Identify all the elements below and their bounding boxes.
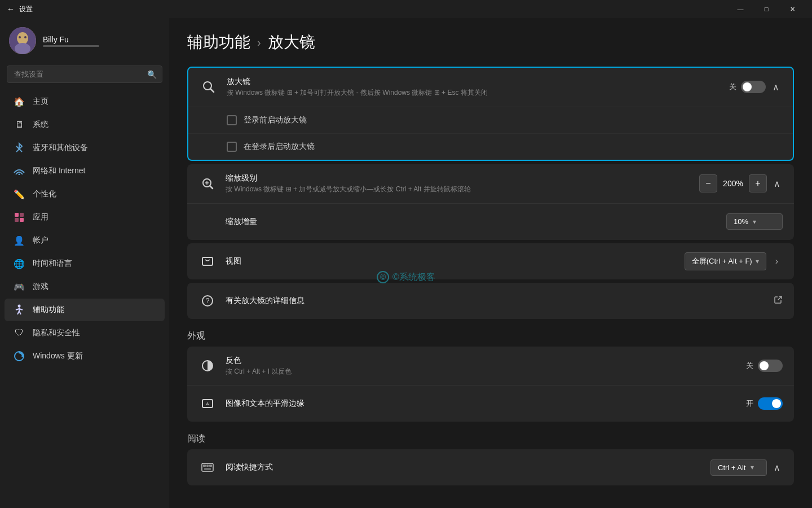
smooth-icon: A (198, 395, 217, 413)
view-value: 全屏(Ctrl + Alt + F) (692, 256, 752, 266)
titlebar: ← 设置 — □ ✕ (0, 0, 812, 18)
shortcut-expand-icon[interactable]: ∧ (771, 460, 783, 475)
shortcut-controls: Ctrl + Alt ▾ ∧ (710, 459, 783, 476)
sidebar-item-network[interactable]: 网络和 Internet (5, 160, 165, 182)
magnifier-expand-icon[interactable]: ∧ (770, 80, 782, 95)
invert-toggle-track[interactable] (758, 360, 783, 372)
sidebar-item-privacy[interactable]: 🛡 隐私和安全性 (5, 322, 165, 344)
network-icon (14, 165, 25, 177)
view-arrow-icon[interactable]: › (771, 254, 783, 269)
login-before-checkbox[interactable] (227, 115, 237, 125)
shortcut-value: Ctrl + Alt (718, 463, 746, 472)
sidebar-item-bluetooth[interactable]: 蓝牙和其他设备 (5, 137, 165, 159)
magnifier-content: 放大镜 按 Windows 微标键 ⊞ + 加号可打开放大镜 - 然后按 Win… (227, 77, 729, 98)
login-after-row: 在登录后启动放大镜 (188, 134, 793, 160)
breadcrumb-current: 放大镜 (268, 32, 315, 53)
invert-toggle[interactable] (758, 360, 783, 372)
external-link-icon[interactable] (774, 295, 783, 306)
sidebar-item-accessibility[interactable]: 辅助功能 (5, 299, 165, 321)
svg-point-10 (18, 305, 21, 308)
zoom-increment-controls: 10% ▾ (726, 213, 783, 230)
sidebar-item-apps-label: 应用 (33, 212, 48, 222)
svg-rect-9 (20, 218, 24, 222)
svg-point-3 (19, 36, 21, 38)
view-card: 视图 全屏(Ctrl + Alt + F) ▾ › (187, 243, 794, 279)
zoom-content: 缩放级别 按 Windows 微标键 ⊞ + 加号或减号放大或缩小—或长按 Ct… (226, 173, 699, 194)
shortcut-content: 阅读快捷方式 (226, 462, 710, 472)
search-box: 🔍 (7, 65, 162, 83)
app-body: Billy Fu 🔍 🏠 主页 🖥 系统 (0, 18, 812, 508)
maximize-button[interactable]: □ (753, 0, 779, 18)
zoom-card: 缩放级别 按 Windows 微标键 ⊞ + 加号或减号放大或缩小—或长按 Ct… (187, 164, 794, 240)
close-button[interactable]: ✕ (779, 0, 805, 18)
accessibility-icon (14, 304, 25, 316)
page-header: 辅助功能 › 放大镜 (187, 32, 794, 53)
zoom-increment-dropdown[interactable]: 10% ▾ (726, 213, 783, 230)
sidebar-item-accessibility-label: 辅助功能 (33, 305, 64, 315)
sidebar-item-time[interactable]: 🌐 时间和语言 (5, 252, 165, 275)
reading-heading: 阅读 (187, 433, 794, 445)
magnifier-controls: 关 ∧ (729, 80, 782, 95)
sidebar-item-home[interactable]: 🏠 主页 (5, 90, 165, 113)
svg-point-2 (15, 43, 30, 54)
view-title: 视图 (226, 256, 685, 266)
svg-line-15 (19, 311, 21, 314)
smooth-toggle-container: 开 (746, 397, 783, 410)
svg-rect-32 (206, 465, 209, 467)
sidebar-item-windows-update[interactable]: Windows 更新 (5, 345, 165, 367)
smooth-toggle-label: 开 (746, 398, 753, 409)
sidebar-item-gaming[interactable]: 🎮 游戏 (5, 275, 165, 298)
bluetooth-icon (14, 142, 25, 154)
zoom-icon (198, 174, 217, 192)
more-info-row[interactable]: ? 有关放大镜的详细信息 (187, 283, 794, 319)
magnifier-toggle-thumb (743, 82, 752, 91)
sidebar-item-home-label: 主页 (33, 97, 48, 107)
sidebar-item-apps[interactable]: 应用 (5, 206, 165, 229)
sidebar-item-privacy-label: 隐私和安全性 (33, 328, 80, 338)
minimize-button[interactable]: — (727, 0, 753, 18)
sidebar-item-accounts-label: 帐户 (33, 235, 48, 246)
sidebar-item-system[interactable]: 🖥 系统 (5, 113, 165, 136)
sidebar-item-personalization[interactable]: ✏️ 个性化 (5, 183, 165, 205)
view-dropdown[interactable]: 全屏(Ctrl + Alt + F) ▾ (685, 252, 766, 270)
login-before-label: 登录前启动放大镜 (244, 115, 307, 125)
svg-text:A: A (206, 401, 209, 406)
user-profile[interactable]: Billy Fu (0, 20, 169, 63)
magnifier-desc: 按 Windows 微标键 ⊞ + 加号可打开放大镜 - 然后按 Windows… (227, 88, 729, 98)
svg-point-5 (19, 174, 20, 176)
shortcut-dropdown[interactable]: Ctrl + Alt ▾ (710, 459, 767, 476)
zoom-title: 缩放级别 (226, 173, 699, 183)
svg-rect-24 (202, 257, 213, 265)
appearance-heading: 外观 (187, 330, 794, 342)
invert-toggle-label: 关 (746, 361, 753, 371)
smooth-toggle[interactable] (758, 397, 783, 410)
zoom-increment-button[interactable]: + (749, 174, 767, 192)
window-controls: — □ ✕ (727, 0, 805, 18)
zoom-desc: 按 Windows 微标键 ⊞ + 加号或减号放大或缩小—或长按 Ctrl + … (226, 185, 699, 194)
titlebar-title: 设置 (19, 5, 33, 14)
zoom-expand-icon[interactable]: ∧ (771, 176, 783, 191)
invert-toggle-thumb (760, 361, 769, 370)
svg-rect-7 (20, 213, 24, 217)
zoom-decrement-button[interactable]: − (699, 174, 717, 192)
sidebar-item-accounts[interactable]: 👤 帐户 (5, 229, 165, 252)
more-info-card: ? 有关放大镜的详细信息 (187, 283, 794, 319)
search-input[interactable] (7, 65, 162, 83)
magnifier-card: 放大镜 按 Windows 微标键 ⊞ + 加号可打开放大镜 - 然后按 Win… (187, 67, 794, 161)
magnifier-toggle[interactable] (741, 81, 766, 93)
system-icon: 🖥 (14, 119, 25, 130)
more-info-content: 有关放大镜的详细信息 (226, 296, 774, 306)
shortcut-row: 阅读快捷方式 Ctrl + Alt ▾ ∧ (187, 449, 794, 485)
nav-items: 🏠 主页 🖥 系统 蓝牙和其他设备 (0, 90, 169, 508)
user-subtitle (43, 45, 99, 47)
zoom-stepper: − 200% + (699, 174, 767, 192)
back-button[interactable]: ← (7, 5, 15, 14)
smooth-content: 图像和文本的平滑边缘 (226, 398, 746, 409)
sidebar-item-bluetooth-label: 蓝牙和其他设备 (33, 143, 88, 153)
more-info-icon: ? (198, 292, 217, 310)
smooth-toggle-track[interactable] (758, 397, 783, 410)
magnifier-toggle-track[interactable] (741, 81, 766, 93)
login-after-checkbox[interactable] (227, 142, 237, 152)
svg-rect-33 (209, 465, 212, 467)
time-icon: 🌐 (14, 258, 25, 269)
